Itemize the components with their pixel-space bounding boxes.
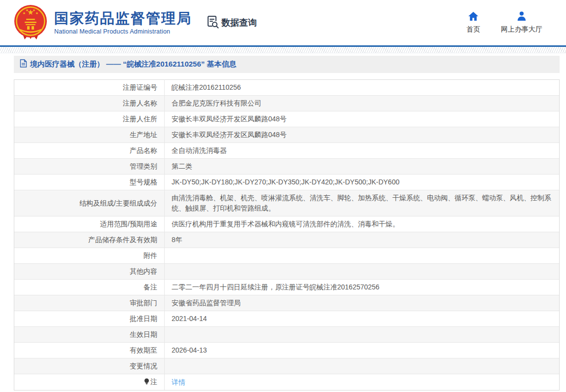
logo-text: 国家药品监督管理局 National Medical Products Admi… [54, 10, 192, 35]
row-value [165, 358, 560, 374]
row-value: 二零二一年四月十四日延续注册，原注册证号皖械注准20162570256 [165, 280, 560, 295]
table-row: 注册人名称合肥金尼克医疗科技有限公司 [14, 96, 560, 111]
svg-text:★: ★ [35, 11, 38, 15]
row-label: 附件 [14, 248, 165, 264]
table-row: 注册证编号皖械注准20162110256 [14, 80, 560, 96]
row-value: 安徽省药品监督管理局 [165, 295, 560, 311]
content-area: 境内医疗器械（注册） —— “皖械注准20162110256” 基本信息 注册证… [0, 53, 566, 391]
header-nav: 首页 网上办事大厅 [466, 11, 553, 34]
table-row: 备注二零二一年四月十四日延续注册，原注册证号皖械注准20162570256 [14, 280, 560, 295]
nav-service-hall[interactable]: 网上办事大厅 [501, 11, 542, 34]
document-icon [20, 59, 27, 70]
nmpa-logo-block: ★ ★ ★ ★ ★ 国家药品监督管理局 National Medical Pro… [13, 4, 192, 41]
detail-link[interactable]: 详情 [172, 378, 185, 386]
nav-home-label: 首页 [466, 25, 480, 34]
row-value: 2026-04-13 [165, 343, 560, 358]
svg-text:★: ★ [23, 11, 26, 15]
page-title: 境内医疗器械（注册） —— “皖械注准20162110256” 基本信息 [30, 60, 236, 69]
hatch-divider [0, 47, 566, 53]
table-row: 生产地址安徽长丰双凤经济开发区凤麟路048号 [14, 127, 560, 143]
row-label: 批准日期 [14, 311, 165, 327]
row-value: 8年 [165, 232, 560, 248]
data-query-tab[interactable]: 数据查询 [206, 15, 257, 31]
row-label: 结构及组成/主要组成成分 [14, 190, 165, 216]
national-emblem-icon: ★ ★ ★ ★ ★ [13, 4, 48, 41]
row-label: 审批部门 [14, 295, 165, 311]
bulb-icon [144, 377, 149, 388]
table-row: 管理类别第二类 [14, 159, 560, 175]
row-label: 生效日期 [14, 327, 165, 343]
table-row: 注详情 [14, 374, 560, 391]
row-label: 备注 [14, 280, 165, 295]
row-value [165, 264, 560, 280]
row-label: 变更情况 [14, 358, 165, 374]
table-row: 变更情况 [14, 358, 560, 374]
row-label: 注册人住所 [14, 111, 165, 127]
row-value: 安徽长丰双凤经济开发区凤麟路048号 [165, 111, 560, 127]
row-value: 2021-04-14 [165, 311, 560, 327]
nav-home[interactable]: 首页 [466, 11, 480, 34]
table-row: 结构及组成/主要组成成分由清洗消毒舱、机架、机壳、喷淋灌流系统、清洗车、脚轮、加… [14, 190, 560, 216]
row-value: JK-DY50;JK-DY180;JK-DY270;JK-DY350;JK-DY… [165, 175, 560, 190]
row-value: 皖械注准20162110256 [165, 80, 560, 96]
row-value [165, 327, 560, 343]
registration-info-table: 注册证编号皖械注准20162110256注册人名称合肥金尼克医疗科技有限公司注册… [14, 79, 560, 391]
row-label: 生产地址 [14, 127, 165, 143]
row-label: 有效期至 [14, 343, 165, 358]
nav-service-hall-label: 网上办事大厅 [501, 25, 542, 34]
site-header: ★ ★ ★ ★ ★ 国家药品监督管理局 National Medical Pro… [0, 0, 566, 45]
home-icon [468, 11, 479, 23]
row-label: 型号规格 [14, 175, 165, 190]
row-label: 产品储存条件及有效期 [14, 232, 165, 248]
row-value: 由清洗消毒舱、机架、机壳、喷淋灌流系统、清洗车、脚轮、加热系统、干燥系统、电动阀… [165, 190, 560, 216]
row-value [165, 248, 560, 264]
svg-text:★: ★ [26, 8, 29, 12]
row-label: 产品名称 [14, 143, 165, 159]
user-icon [516, 11, 527, 23]
table-row: 产品名称全自动清洗消毒器 [14, 143, 560, 159]
row-label: 注 [14, 374, 165, 391]
row-label: 注册证编号 [14, 80, 165, 96]
table-row: 适用范围/预期用途供医疗机构用于重复用手术器械和内窥镜可清洗部件的清洗、消毒和干… [14, 216, 560, 232]
row-value: 合肥金尼克医疗科技有限公司 [165, 96, 560, 111]
table-row: 批准日期2021-04-14 [14, 311, 560, 327]
row-label: 管理类别 [14, 159, 165, 175]
table-row: 注册人住所安徽长丰双凤经济开发区凤麟路048号 [14, 111, 560, 127]
row-value: 供医疗机构用于重复用手术器械和内窥镜可清洗部件的清洗、消毒和干燥。 [165, 216, 560, 232]
row-value: 第二类 [165, 159, 560, 175]
row-label: 其他内容 [14, 264, 165, 280]
page-title-bar: 境内医疗器械（注册） —— “皖械注准20162110256” 基本信息 [14, 56, 560, 73]
data-query-label: 数据查询 [221, 17, 257, 29]
row-value: 全自动清洗消毒器 [165, 143, 560, 159]
document-search-icon [206, 15, 219, 31]
table-row: 有效期至2026-04-13 [14, 343, 560, 358]
table-row: 产品储存条件及有效期8年 [14, 232, 560, 248]
table-row: 附件 [14, 248, 560, 264]
row-label: 注册人名称 [14, 96, 165, 111]
row-label: 适用范围/预期用途 [14, 216, 165, 232]
site-title: 国家药品监督管理局 [54, 10, 192, 27]
table-row: 型号规格JK-DY50;JK-DY180;JK-DY270;JK-DY350;J… [14, 175, 560, 190]
row-value: 详情 [165, 374, 560, 391]
table-row: 其他内容 [14, 264, 560, 280]
row-value: 安徽长丰双凤经济开发区凤麟路048号 [165, 127, 560, 143]
site-subtitle: National Medical Products Administration [54, 28, 192, 35]
table-row: 审批部门安徽省药品监督管理局 [14, 295, 560, 311]
table-row: 生效日期 [14, 327, 560, 343]
